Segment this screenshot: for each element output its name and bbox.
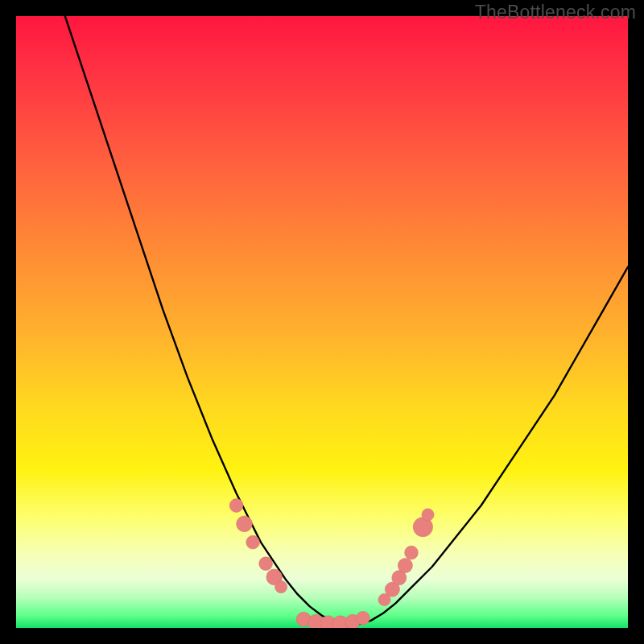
- marker-right-6: [422, 509, 434, 521]
- marker-left-1: [237, 516, 253, 532]
- marker-right-3: [398, 558, 412, 572]
- attribution-text: TheBottleneck.com: [475, 2, 636, 23]
- bottleneck-curve-svg: [16, 16, 628, 628]
- marker-left-2: [246, 535, 260, 549]
- bottleneck-curve-path: [65, 16, 628, 624]
- curve-path-group: [65, 16, 628, 624]
- curve-markers-group: [229, 499, 434, 628]
- chart-frame: TheBottleneck.com: [0, 0, 644, 644]
- marker-left-5: [275, 581, 287, 593]
- marker-bottom-5: [357, 611, 370, 625]
- marker-left-0: [229, 499, 243, 513]
- plot-area: [16, 16, 628, 628]
- marker-left-3: [259, 557, 273, 571]
- marker-right-4: [405, 546, 419, 559]
